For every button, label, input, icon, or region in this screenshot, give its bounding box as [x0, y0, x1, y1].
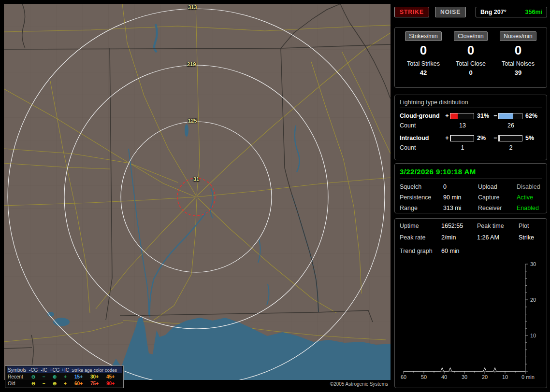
- map-panel[interactable]: 313 219 125 31 Symbols -CG-IC+CG+IC Stri…: [4, 4, 391, 388]
- close-counter: Close/min 0 Total Close 0: [447, 31, 494, 76]
- ic-minus-bar: [498, 135, 522, 141]
- range-ring-label: 219: [187, 61, 196, 67]
- peak-time-label: Peak time: [477, 223, 519, 229]
- trend-graph-label: Trend graph: [400, 248, 441, 254]
- noises-counter: Noises/min 0 Total Noises 39: [494, 31, 542, 76]
- cg-minus-pct: 62%: [523, 112, 542, 119]
- cg-plus-bar-fill: [450, 113, 458, 119]
- x-tick-label: 0 min: [521, 374, 535, 380]
- range-ring-label: 313: [188, 4, 197, 10]
- total-noises-label: Total Noises: [494, 60, 542, 67]
- range-label: Range: [400, 205, 443, 211]
- strikes-counter: Strikes/min 0 Total Strikes 42: [400, 31, 447, 76]
- strike-symbol-icon: ⊕: [49, 374, 60, 379]
- age-code-value: 30+: [87, 374, 102, 379]
- ic-minus-bar-fill: [499, 136, 500, 141]
- legend-row-label: Recent: [7, 374, 28, 379]
- x-tick-label: 20: [482, 374, 488, 380]
- legend-symbol-column: -CG: [28, 367, 39, 373]
- range-ring-label: 125: [188, 118, 197, 124]
- legend-rows: Recent⊖−⊕+15+30+45+Old⊖−⊕+60+75+90+: [7, 373, 122, 387]
- plus-sign: +: [444, 112, 450, 119]
- peak-rate-value: 2/min: [441, 234, 477, 241]
- strike-button[interactable]: STRIKE: [394, 7, 429, 17]
- plot-value: Strike: [519, 234, 542, 241]
- upload-value: Disabled: [517, 183, 542, 190]
- cg-plus-bar: [450, 113, 474, 119]
- mode-row: STRIKE NOISE Bng 207° 356mi: [394, 7, 547, 17]
- strikes-per-min-value: 0: [400, 43, 447, 57]
- plus-sign: +: [444, 135, 450, 141]
- age-code-value: 90+: [102, 381, 118, 386]
- bearing-value: Bng 207°: [480, 9, 507, 15]
- noises-per-min-badge: Noises/min: [500, 31, 536, 41]
- persistence-label: Persistence: [400, 194, 443, 201]
- cloud-ground-count-row: Count 13 26: [400, 122, 542, 129]
- cg-plus-pct: 31%: [475, 112, 492, 119]
- plot-label: Plot: [519, 223, 542, 229]
- strike-symbol-icon: −: [39, 381, 49, 386]
- divider: [400, 108, 542, 108]
- ic-plus-bar: [450, 135, 474, 141]
- distribution-panel: Lightning type distribution Cloud-ground…: [394, 95, 547, 160]
- range-ring-label: 31: [193, 176, 199, 182]
- close-per-min-badge: Close/min: [454, 31, 487, 41]
- y-tick-label: 20: [530, 297, 536, 303]
- intracloud-row: Intracloud + 2% − 5%: [400, 135, 542, 141]
- bearing-distance: 356mi: [525, 9, 542, 15]
- cg-plus-count: 13: [450, 122, 475, 129]
- intracloud-label: Intracloud: [400, 135, 444, 141]
- strike-symbol-icon: +: [60, 374, 71, 379]
- uptime-value: 1652:55: [441, 223, 477, 229]
- ic-minus-pct: 5%: [523, 135, 542, 141]
- cg-minus-bar: [498, 113, 522, 119]
- x-tick-label: 50: [421, 374, 427, 380]
- intracloud-count-row: Count 1 2: [400, 144, 542, 151]
- distribution-title: Lightning type distribution: [400, 99, 542, 106]
- total-strikes-label: Total Strikes: [400, 60, 447, 67]
- legend-symbol-column: -IC: [39, 367, 49, 373]
- close-per-min-value: 0: [447, 43, 494, 57]
- status-panel: Uptime 1652:55 Peak time Plot Peak rate …: [394, 218, 547, 388]
- strike-rate-series: [404, 368, 525, 371]
- legend-symbol-column: +CG: [49, 367, 60, 373]
- count-label: Count: [400, 144, 444, 151]
- range-value: 313 mi: [443, 205, 478, 211]
- copyright-text: ©2005 Astrogenic Systems: [330, 381, 388, 387]
- map-canvas[interactable]: [4, 4, 391, 388]
- strike-symbol-icon: −: [39, 374, 49, 379]
- cg-minus-count: 26: [498, 122, 523, 129]
- persistence-value: 90 min: [443, 194, 478, 201]
- app-window: 313 219 125 31 Symbols -CG-IC+CG+IC Stri…: [0, 0, 550, 392]
- total-close-label: Total Close: [447, 60, 494, 67]
- peak-time-value: 1:26 AM: [477, 234, 519, 241]
- count-label: Count: [400, 122, 444, 129]
- legend-row: Recent⊖−⊕+15+30+45+: [7, 373, 122, 380]
- cg-minus-bar-fill: [499, 113, 513, 119]
- x-tick-label: 40: [441, 374, 447, 380]
- uptime-label: Uptime: [400, 223, 441, 229]
- age-code-value: 45+: [102, 374, 118, 379]
- total-close-value: 0: [447, 69, 494, 76]
- datetime-display: 3/22/2026 9:10:18 AM: [400, 168, 542, 176]
- age-code-value: 15+: [71, 374, 87, 379]
- x-tick-label: 10: [502, 374, 508, 380]
- squelch-label: Squelch: [400, 183, 443, 190]
- age-code-value: 75+: [87, 381, 102, 386]
- strike-symbol-icon: ⊖: [28, 381, 39, 386]
- total-strikes-value: 42: [400, 69, 447, 76]
- capture-value: Active: [517, 194, 542, 201]
- ic-plus-pct: 2%: [475, 135, 492, 141]
- strike-symbol-icon: ⊕: [49, 381, 60, 386]
- noise-button[interactable]: NOISE: [435, 7, 466, 17]
- squelch-value: 0: [443, 183, 478, 190]
- capture-label: Capture: [478, 194, 517, 201]
- cloud-ground-label: Cloud-ground: [400, 112, 444, 119]
- strike-symbol-icon: +: [60, 381, 71, 386]
- x-tick-label: 60: [401, 374, 406, 380]
- y-tick-label: 10: [530, 333, 536, 338]
- strike-symbol-icon: ⊖: [28, 374, 39, 379]
- peak-rate-label: Peak rate: [400, 234, 441, 241]
- y-tick-label: 30: [530, 261, 536, 267]
- noises-per-min-value: 0: [494, 43, 542, 57]
